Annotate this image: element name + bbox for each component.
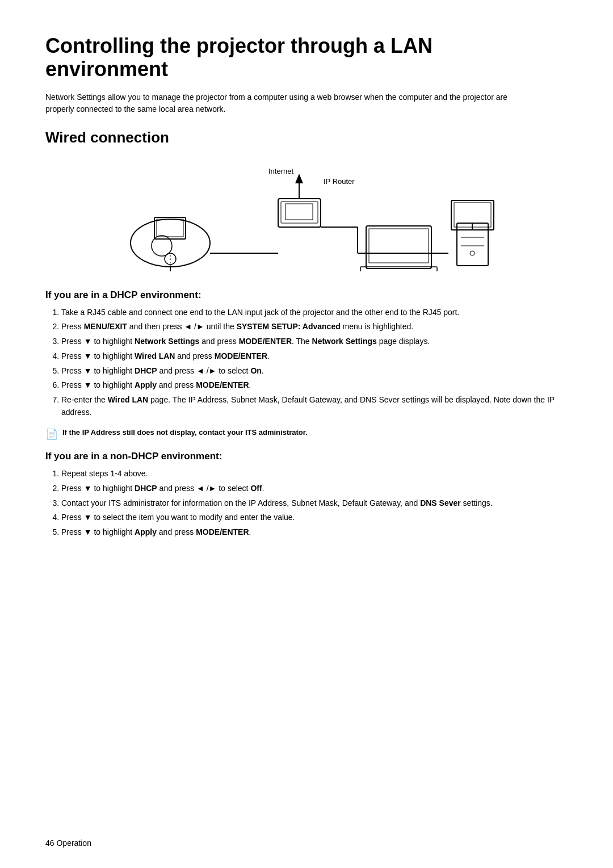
dhcp-step-1: Take a RJ45 cable and connect one end to…	[61, 307, 568, 319]
note-icon: 📄	[45, 428, 58, 441]
svg-text:IP Router: IP Router	[324, 177, 355, 186]
note-text: If the IP Address still does not display…	[62, 427, 308, 438]
dhcp-step-4: Press ▼ to highlight Wired LAN and press…	[61, 350, 568, 363]
svg-rect-10	[285, 204, 313, 220]
dhcp-step-5: Press ▼ to highlight DHCP and press ◄ /►…	[61, 365, 568, 378]
dhcp-step-3: Press ▼ to highlight Network Settings an…	[61, 336, 568, 348]
svg-point-23	[470, 251, 475, 255]
dhcp-step-2: Press MENU/EXIT and then press ◄ /► unti…	[61, 321, 568, 333]
page-footer: 46 Operation	[45, 838, 91, 848]
non-dhcp-step-5: Press ▼ to highlight Apply and press MOD…	[61, 526, 568, 539]
note-box: 📄 If the IP Address still does not displ…	[45, 427, 568, 441]
network-diagram: Internet IP Router	[45, 158, 568, 271]
dhcp-section-title: If you are in a DHCP environment:	[45, 290, 568, 301]
dhcp-steps-list: Take a RJ45 cable and connect one end to…	[61, 307, 568, 419]
non-dhcp-step-1: Repeat steps 1-4 above.	[61, 468, 568, 480]
svg-rect-17	[366, 226, 431, 269]
non-dhcp-section-title: If you are in a non-DHCP environment:	[45, 451, 568, 462]
dhcp-step-7: Re-enter the Wired LAN page. The IP Addr…	[61, 394, 568, 418]
svg-rect-18	[369, 229, 429, 263]
non-dhcp-step-2: Press ▼ to highlight DHCP and press ◄ /►…	[61, 483, 568, 495]
non-dhcp-step-3: Contact your ITS administrator for infor…	[61, 497, 568, 510]
page-title: Controlling the projector through a LAN …	[45, 34, 568, 81]
svg-marker-12	[295, 174, 303, 183]
section-wired-connection-title: Wired connection	[45, 129, 568, 146]
intro-paragraph: Network Settings allow you to manage the…	[45, 91, 511, 115]
svg-rect-5	[157, 219, 183, 237]
non-dhcp-steps-list: Repeat steps 1-4 above. Press ▼ to highl…	[61, 468, 568, 538]
svg-text:Internet: Internet	[268, 167, 293, 175]
dhcp-step-6: Press ▼ to highlight Apply and press MOD…	[61, 379, 568, 392]
non-dhcp-step-4: Press ▼ to select the item you want to m…	[61, 511, 568, 524]
